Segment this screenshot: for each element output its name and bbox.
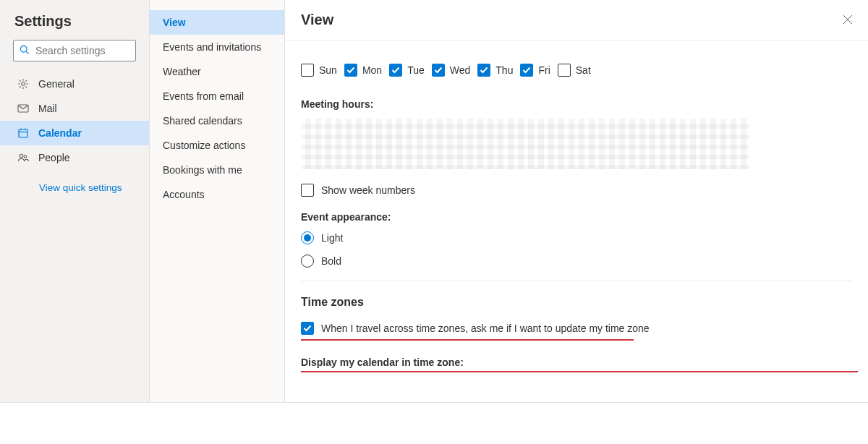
subnav-customize-actions[interactable]: Customize actions	[150, 133, 284, 158]
subnav-accounts[interactable]: Accounts	[150, 182, 284, 207]
day-label-tue: Tue	[407, 64, 425, 76]
panel-title: View	[301, 12, 333, 28]
subnav-weather[interactable]: Weather	[150, 59, 284, 84]
checkbox-show-week-numbers[interactable]	[301, 184, 314, 197]
checkbox-sun[interactable]	[301, 64, 314, 77]
subnav-bookings[interactable]: Bookings with me	[150, 158, 284, 182]
nav-item-people[interactable]: People	[0, 145, 149, 170]
svg-point-2	[22, 82, 25, 85]
show-week-numbers-label: Show week numbers	[321, 184, 415, 196]
svg-rect-4	[19, 129, 27, 137]
checkbox-thu[interactable]	[477, 64, 490, 77]
checkbox-mon[interactable]	[344, 64, 357, 77]
highlight-underline-2	[301, 371, 858, 372]
settings-sidebar: Settings General Mail Cal	[0, 0, 150, 402]
nav-item-mail[interactable]: Mail	[0, 96, 149, 121]
timezones-heading: Time zones	[301, 296, 852, 309]
settings-title: Settings	[0, 13, 149, 30]
search-box[interactable]	[13, 40, 136, 61]
people-icon	[17, 152, 29, 163]
subnav-shared-calendars[interactable]: Shared calendars	[150, 108, 284, 133]
svg-point-9	[24, 155, 27, 158]
svg-point-0	[20, 46, 27, 52]
day-label-thu: Thu	[495, 64, 513, 76]
day-label-sat: Sat	[576, 64, 591, 76]
checkbox-fri[interactable]	[520, 64, 533, 77]
mail-icon	[17, 104, 29, 113]
meeting-hours-label: Meeting hours:	[301, 98, 852, 110]
svg-point-8	[20, 154, 23, 158]
display-timezone-label: Display my calendar in time zone:	[301, 357, 852, 368]
subnav-events-invitations[interactable]: Events and invitations	[150, 35, 284, 59]
work-days-row: Sun Mon Tue Wed Thu Fri Sat	[301, 64, 852, 77]
ask-timezone-label: When I travel across time zones, ask me …	[321, 323, 650, 334]
radio-bold[interactable]	[301, 255, 314, 268]
gear-icon	[17, 78, 29, 90]
section-divider	[301, 281, 852, 281]
nav-label: Mail	[38, 103, 57, 114]
view-quick-settings-link[interactable]: View quick settings	[0, 174, 149, 200]
calendar-subnav: View Events and invitations Weather Even…	[150, 0, 285, 402]
calendar-icon	[17, 127, 29, 139]
radio-light-label: Light	[321, 232, 343, 244]
meeting-hours-redacted	[301, 119, 749, 169]
close-button[interactable]	[838, 10, 858, 30]
radio-bold-label: Bold	[321, 255, 341, 267]
search-icon	[20, 45, 30, 57]
day-label-mon: Mon	[362, 64, 382, 76]
event-appearance-label: Event appearance:	[301, 211, 852, 223]
nav-label: General	[38, 78, 75, 90]
checkbox-sat[interactable]	[558, 64, 571, 77]
subnav-events-from-email[interactable]: Events from email	[150, 84, 284, 108]
main-panel: View Sun Mon Tue Wed Thu Fri Sat Meeting…	[285, 0, 868, 402]
checkbox-tue[interactable]	[389, 64, 402, 77]
checkbox-wed[interactable]	[432, 64, 445, 77]
day-label-sun: Sun	[319, 64, 337, 76]
search-input[interactable]	[35, 45, 129, 56]
day-label-wed: Wed	[450, 64, 471, 76]
checkbox-ask-timezone[interactable]	[301, 322, 314, 335]
nav-label: People	[38, 152, 70, 163]
nav-item-calendar[interactable]: Calendar	[0, 121, 149, 145]
nav-label: Calendar	[38, 127, 82, 139]
day-label-fri: Fri	[538, 64, 550, 76]
highlight-underline-1	[301, 339, 634, 341]
svg-line-1	[26, 51, 29, 54]
subnav-view[interactable]: View	[150, 10, 284, 35]
nav-item-general[interactable]: General	[0, 72, 149, 96]
close-icon	[843, 14, 853, 27]
radio-light[interactable]	[301, 231, 314, 244]
